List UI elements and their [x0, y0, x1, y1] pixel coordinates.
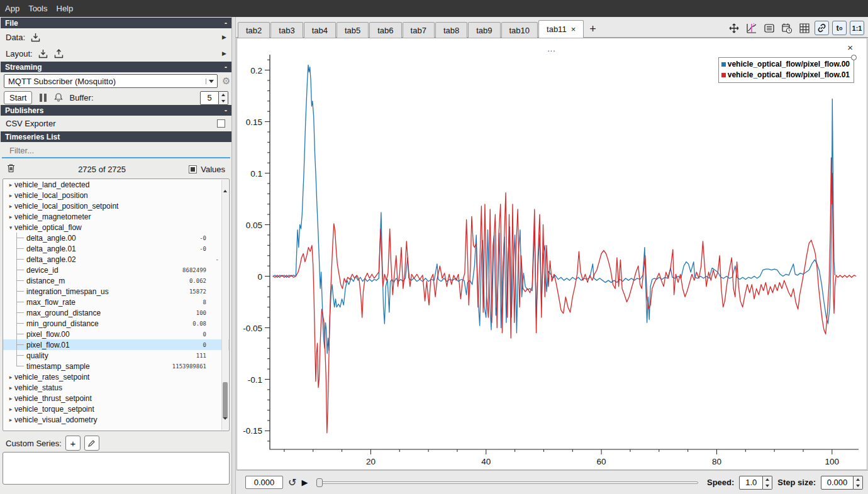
streaming-settings-gear-icon[interactable]: ⚙: [222, 75, 230, 87]
panel-splitter[interactable]: [232, 17, 236, 494]
tab-close-icon[interactable]: ×: [571, 25, 576, 34]
tab-tab4[interactable]: tab4: [304, 22, 336, 38]
spin-down-icon[interactable]: [219, 98, 228, 104]
csv-exporter-checkbox[interactable]: [217, 119, 225, 128]
publishers-section-header[interactable]: Publishers -: [1, 105, 231, 116]
notifications-bell-icon[interactable]: [54, 92, 63, 104]
spin-down-icon[interactable]: [854, 483, 862, 489]
start-streaming-button[interactable]: Start: [4, 91, 32, 104]
menu-help[interactable]: Help: [57, 4, 74, 13]
speed-spinbox[interactable]: 1.0: [739, 476, 772, 490]
tab-tab8[interactable]: tab8: [435, 22, 467, 38]
tab-tab3[interactable]: tab3: [270, 22, 303, 38]
collapse-indicator[interactable]: -: [225, 106, 227, 115]
tree-expand-icon[interactable]: ▸: [7, 214, 14, 220]
spin-up-icon[interactable]: [763, 476, 772, 483]
filter-input[interactable]: [1, 143, 231, 157]
scroll-down-icon[interactable]: [223, 420, 227, 429]
tree-expand-icon[interactable]: ▸: [7, 182, 14, 188]
tree-item-timestamp_sample[interactable]: timestamp_sample1153989861: [3, 361, 229, 371]
tree-expand-icon[interactable]: ▸: [7, 203, 14, 209]
spin-up-icon[interactable]: [219, 92, 228, 98]
play-icon[interactable]: ▶: [301, 478, 308, 487]
file-section-header[interactable]: File -: [1, 18, 231, 28]
spin-up-icon[interactable]: [854, 476, 862, 483]
slider-handle[interactable]: [316, 478, 323, 487]
save-layout-icon[interactable]: [53, 48, 64, 59]
tree-item-vehicle_land_detected[interactable]: ▸vehicle_land_detected: [3, 179, 229, 190]
tree-item-quality[interactable]: quality111: [3, 350, 229, 361]
plot-canvas[interactable]: -0.15-0.1-0.0500.050.10.150.220406080100: [237, 38, 867, 469]
curve-tracker-icon[interactable]: 1: [744, 21, 759, 35]
tab-tab2[interactable]: tab2: [238, 22, 270, 38]
tab-tab11[interactable]: tab11×: [538, 20, 584, 38]
tree-item-min_ground_distance[interactable]: min_ground_distance0.08: [3, 318, 229, 329]
tab-tab5[interactable]: tab5: [337, 22, 369, 38]
tree-item-device_id[interactable]: device_id8682499: [3, 265, 229, 275]
tree-expand-icon[interactable]: ▸: [7, 406, 14, 412]
tree-item-distance_m[interactable]: distance_m0.062: [3, 275, 229, 286]
collapse-indicator[interactable]: -: [225, 19, 227, 28]
add-tab-button[interactable]: +: [584, 23, 601, 36]
tree-item-integration_timespan_us[interactable]: integration_timespan_us15872: [3, 286, 229, 297]
plot-close-icon[interactable]: ×: [847, 42, 853, 53]
scroll-up-icon[interactable]: [223, 181, 227, 190]
pause-icon[interactable]: [40, 94, 47, 102]
grid-icon[interactable]: [797, 21, 811, 35]
tree-item-delta_angle.00[interactable]: delta_angle.00-0: [3, 233, 229, 243]
tree-expand-icon[interactable]: ▸: [7, 385, 14, 391]
tree-item-pixel_flow.00[interactable]: pixel_flow.000: [3, 329, 229, 339]
edit-custom-series-button[interactable]: [84, 436, 99, 451]
timeseries-section-header[interactable]: Timeseries List: [1, 131, 231, 142]
add-custom-series-button[interactable]: +: [65, 436, 81, 451]
tab-tab6[interactable]: tab6: [369, 22, 401, 38]
time-field[interactable]: 0.000: [245, 476, 283, 489]
load-layout-icon[interactable]: [38, 48, 48, 59]
legend-entry[interactable]: vehicle_optical_flow/pixel_flow.01: [721, 70, 850, 80]
plot-title[interactable]: ...: [501, 45, 602, 53]
delete-trash-icon[interactable]: [7, 163, 15, 175]
tree-item-max_flow_rate[interactable]: max_flow_rate8: [3, 297, 229, 307]
tree-item-vehicle_torque_setpoint[interactable]: ▸vehicle_torque_setpoint: [3, 403, 229, 414]
tree-expand-icon[interactable]: ▸: [7, 192, 14, 199]
tab-tab7[interactable]: tab7: [403, 22, 435, 38]
custom-series-list[interactable]: [3, 452, 230, 485]
legend-entry[interactable]: vehicle_optical_flow/pixel_flow.00: [721, 59, 850, 70]
tree-item-delta_angle.01[interactable]: delta_angle.01-0: [3, 243, 229, 254]
menu-app[interactable]: App: [5, 4, 19, 13]
tree-item-vehicle_visual_odometry[interactable]: ▸vehicle_visual_odometry: [3, 414, 229, 425]
tree-item-max_ground_distance[interactable]: max_ground_distance100: [3, 307, 229, 318]
tree-item-vehicle_optical_flow[interactable]: ▾vehicle_optical_flow: [3, 222, 229, 233]
t0-icon[interactable]: to: [832, 21, 847, 35]
tree-item-delta_angle.02[interactable]: delta_angle.02-: [3, 254, 229, 265]
step-size-spinbox[interactable]: 0.000: [821, 476, 863, 490]
tree-expand-icon[interactable]: ▸: [7, 395, 14, 402]
legend-handle[interactable]: [851, 55, 857, 60]
collapse-indicator[interactable]: -: [225, 63, 227, 72]
streaming-section-header[interactable]: Streaming -: [1, 62, 231, 72]
tree-item-vehicle_local_position_setpoint[interactable]: ▸vehicle_local_position_setpoint: [3, 200, 229, 211]
tab-tab10[interactable]: tab10: [501, 22, 538, 38]
buffer-spinbox[interactable]: 5: [200, 91, 228, 105]
datetime-icon[interactable]: [779, 21, 794, 35]
ratio-1-1-icon[interactable]: 1:1: [850, 21, 864, 35]
tree-item-vehicle_magnetometer[interactable]: ▸vehicle_magnetometer: [3, 211, 229, 222]
tree-item-pixel_flow.01[interactable]: pixel_flow.010: [3, 339, 229, 350]
tree-item-vehicle_local_position[interactable]: ▸vehicle_local_position: [3, 190, 229, 200]
chevron-right-icon[interactable]: ▶: [222, 50, 226, 57]
time-slider[interactable]: [316, 478, 698, 488]
values-checkbox[interactable]: [189, 165, 197, 173]
load-data-icon[interactable]: [30, 32, 41, 43]
legend-list-icon[interactable]: [762, 21, 776, 35]
loop-icon[interactable]: ↺: [288, 476, 296, 488]
move-icon[interactable]: [726, 21, 741, 35]
chevron-right-icon[interactable]: ▶: [222, 34, 226, 40]
streaming-source-select[interactable]: MQTT Subscriber (Mosquitto): [4, 74, 218, 88]
tree-collapse-icon[interactable]: ▾: [7, 224, 14, 231]
plot-legend[interactable]: vehicle_optical_flow/pixel_flow.00vehicl…: [718, 57, 854, 83]
tree-item-vehicle_rates_setpoint[interactable]: ▸vehicle_rates_setpoint: [3, 371, 229, 382]
tree-expand-icon[interactable]: ▸: [7, 374, 14, 380]
menu-tools[interactable]: Tools: [28, 4, 47, 13]
spin-down-icon[interactable]: [763, 483, 772, 489]
tab-tab9[interactable]: tab9: [468, 22, 500, 38]
